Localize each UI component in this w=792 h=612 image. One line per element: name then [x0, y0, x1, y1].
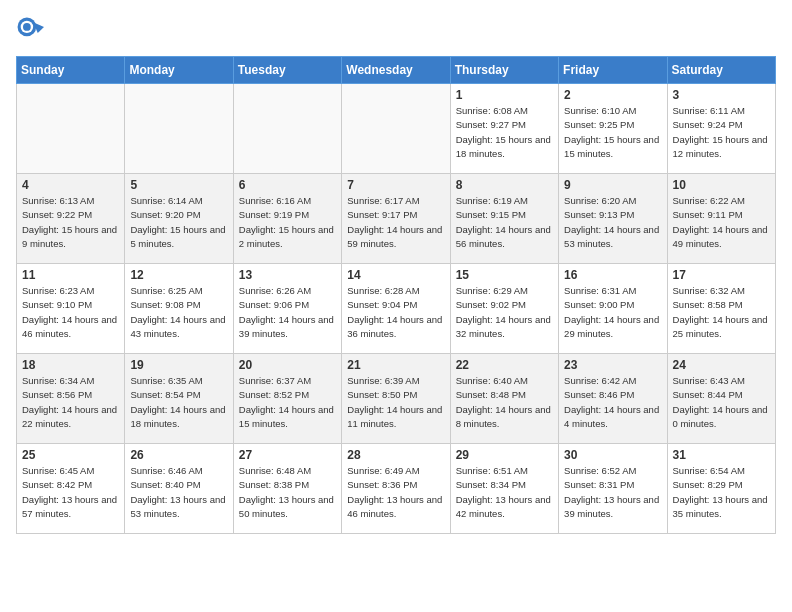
calendar-cell: 2Sunrise: 6:10 AMSunset: 9:25 PMDaylight…: [559, 84, 667, 174]
day-info: Sunrise: 6:14 AMSunset: 9:20 PMDaylight:…: [130, 194, 227, 251]
day-info: Sunrise: 6:26 AMSunset: 9:06 PMDaylight:…: [239, 284, 336, 341]
day-number: 8: [456, 178, 553, 192]
day-number: 3: [673, 88, 770, 102]
calendar-table: SundayMondayTuesdayWednesdayThursdayFrid…: [16, 56, 776, 534]
day-info: Sunrise: 6:22 AMSunset: 9:11 PMDaylight:…: [673, 194, 770, 251]
day-number: 26: [130, 448, 227, 462]
calendar-cell: 18Sunrise: 6:34 AMSunset: 8:56 PMDayligh…: [17, 354, 125, 444]
day-info: Sunrise: 6:46 AMSunset: 8:40 PMDaylight:…: [130, 464, 227, 521]
calendar-week-2: 4Sunrise: 6:13 AMSunset: 9:22 PMDaylight…: [17, 174, 776, 264]
calendar-cell: 20Sunrise: 6:37 AMSunset: 8:52 PMDayligh…: [233, 354, 341, 444]
day-info: Sunrise: 6:48 AMSunset: 8:38 PMDaylight:…: [239, 464, 336, 521]
day-info: Sunrise: 6:35 AMSunset: 8:54 PMDaylight:…: [130, 374, 227, 431]
day-number: 7: [347, 178, 444, 192]
day-info: Sunrise: 6:31 AMSunset: 9:00 PMDaylight:…: [564, 284, 661, 341]
day-number: 4: [22, 178, 119, 192]
day-info: Sunrise: 6:19 AMSunset: 9:15 PMDaylight:…: [456, 194, 553, 251]
day-number: 6: [239, 178, 336, 192]
calendar-week-1: 1Sunrise: 6:08 AMSunset: 9:27 PMDaylight…: [17, 84, 776, 174]
day-number: 24: [673, 358, 770, 372]
day-number: 23: [564, 358, 661, 372]
day-number: 17: [673, 268, 770, 282]
day-header-monday: Monday: [125, 57, 233, 84]
day-number: 25: [22, 448, 119, 462]
calendar-cell: 22Sunrise: 6:40 AMSunset: 8:48 PMDayligh…: [450, 354, 558, 444]
day-header-friday: Friday: [559, 57, 667, 84]
day-info: Sunrise: 6:51 AMSunset: 8:34 PMDaylight:…: [456, 464, 553, 521]
calendar-cell: 6Sunrise: 6:16 AMSunset: 9:19 PMDaylight…: [233, 174, 341, 264]
day-number: 20: [239, 358, 336, 372]
day-number: 10: [673, 178, 770, 192]
calendar-cell: 8Sunrise: 6:19 AMSunset: 9:15 PMDaylight…: [450, 174, 558, 264]
day-info: Sunrise: 6:54 AMSunset: 8:29 PMDaylight:…: [673, 464, 770, 521]
calendar-cell: 13Sunrise: 6:26 AMSunset: 9:06 PMDayligh…: [233, 264, 341, 354]
day-header-tuesday: Tuesday: [233, 57, 341, 84]
calendar-week-3: 11Sunrise: 6:23 AMSunset: 9:10 PMDayligh…: [17, 264, 776, 354]
day-number: 22: [456, 358, 553, 372]
day-info: Sunrise: 6:29 AMSunset: 9:02 PMDaylight:…: [456, 284, 553, 341]
calendar-cell: 19Sunrise: 6:35 AMSunset: 8:54 PMDayligh…: [125, 354, 233, 444]
calendar-cell: 16Sunrise: 6:31 AMSunset: 9:00 PMDayligh…: [559, 264, 667, 354]
calendar-week-5: 25Sunrise: 6:45 AMSunset: 8:42 PMDayligh…: [17, 444, 776, 534]
day-number: 29: [456, 448, 553, 462]
day-header-thursday: Thursday: [450, 57, 558, 84]
calendar-cell: 27Sunrise: 6:48 AMSunset: 8:38 PMDayligh…: [233, 444, 341, 534]
day-number: 19: [130, 358, 227, 372]
day-number: 14: [347, 268, 444, 282]
day-number: 13: [239, 268, 336, 282]
day-number: 9: [564, 178, 661, 192]
calendar-cell: 9Sunrise: 6:20 AMSunset: 9:13 PMDaylight…: [559, 174, 667, 264]
calendar-cell: 23Sunrise: 6:42 AMSunset: 8:46 PMDayligh…: [559, 354, 667, 444]
calendar-cell: 4Sunrise: 6:13 AMSunset: 9:22 PMDaylight…: [17, 174, 125, 264]
day-header-wednesday: Wednesday: [342, 57, 450, 84]
calendar-cell: 1Sunrise: 6:08 AMSunset: 9:27 PMDaylight…: [450, 84, 558, 174]
day-info: Sunrise: 6:16 AMSunset: 9:19 PMDaylight:…: [239, 194, 336, 251]
day-info: Sunrise: 6:28 AMSunset: 9:04 PMDaylight:…: [347, 284, 444, 341]
day-info: Sunrise: 6:32 AMSunset: 8:58 PMDaylight:…: [673, 284, 770, 341]
svg-point-2: [23, 23, 31, 31]
day-number: 2: [564, 88, 661, 102]
calendar-cell: 3Sunrise: 6:11 AMSunset: 9:24 PMDaylight…: [667, 84, 775, 174]
day-header-saturday: Saturday: [667, 57, 775, 84]
logo-icon: [16, 16, 44, 44]
calendar-week-4: 18Sunrise: 6:34 AMSunset: 8:56 PMDayligh…: [17, 354, 776, 444]
calendar-cell: 11Sunrise: 6:23 AMSunset: 9:10 PMDayligh…: [17, 264, 125, 354]
day-number: 28: [347, 448, 444, 462]
day-info: Sunrise: 6:10 AMSunset: 9:25 PMDaylight:…: [564, 104, 661, 161]
calendar-cell: [17, 84, 125, 174]
day-info: Sunrise: 6:45 AMSunset: 8:42 PMDaylight:…: [22, 464, 119, 521]
day-number: 30: [564, 448, 661, 462]
calendar-cell: 17Sunrise: 6:32 AMSunset: 8:58 PMDayligh…: [667, 264, 775, 354]
calendar-cell: 30Sunrise: 6:52 AMSunset: 8:31 PMDayligh…: [559, 444, 667, 534]
day-info: Sunrise: 6:20 AMSunset: 9:13 PMDaylight:…: [564, 194, 661, 251]
calendar-cell: 12Sunrise: 6:25 AMSunset: 9:08 PMDayligh…: [125, 264, 233, 354]
calendar-cell: 28Sunrise: 6:49 AMSunset: 8:36 PMDayligh…: [342, 444, 450, 534]
calendar-cell: 31Sunrise: 6:54 AMSunset: 8:29 PMDayligh…: [667, 444, 775, 534]
calendar-cell: [342, 84, 450, 174]
day-info: Sunrise: 6:08 AMSunset: 9:27 PMDaylight:…: [456, 104, 553, 161]
day-info: Sunrise: 6:34 AMSunset: 8:56 PMDaylight:…: [22, 374, 119, 431]
calendar-cell: 29Sunrise: 6:51 AMSunset: 8:34 PMDayligh…: [450, 444, 558, 534]
day-number: 18: [22, 358, 119, 372]
calendar-cell: 5Sunrise: 6:14 AMSunset: 9:20 PMDaylight…: [125, 174, 233, 264]
day-info: Sunrise: 6:13 AMSunset: 9:22 PMDaylight:…: [22, 194, 119, 251]
logo: [16, 16, 48, 44]
day-number: 1: [456, 88, 553, 102]
calendar-cell: [125, 84, 233, 174]
calendar-cell: 15Sunrise: 6:29 AMSunset: 9:02 PMDayligh…: [450, 264, 558, 354]
day-number: 12: [130, 268, 227, 282]
day-number: 27: [239, 448, 336, 462]
calendar-cell: 25Sunrise: 6:45 AMSunset: 8:42 PMDayligh…: [17, 444, 125, 534]
calendar-cell: 14Sunrise: 6:28 AMSunset: 9:04 PMDayligh…: [342, 264, 450, 354]
calendar-cell: 10Sunrise: 6:22 AMSunset: 9:11 PMDayligh…: [667, 174, 775, 264]
day-info: Sunrise: 6:40 AMSunset: 8:48 PMDaylight:…: [456, 374, 553, 431]
day-number: 31: [673, 448, 770, 462]
day-number: 5: [130, 178, 227, 192]
day-info: Sunrise: 6:23 AMSunset: 9:10 PMDaylight:…: [22, 284, 119, 341]
calendar-cell: [233, 84, 341, 174]
day-number: 15: [456, 268, 553, 282]
day-info: Sunrise: 6:17 AMSunset: 9:17 PMDaylight:…: [347, 194, 444, 251]
day-number: 11: [22, 268, 119, 282]
day-info: Sunrise: 6:42 AMSunset: 8:46 PMDaylight:…: [564, 374, 661, 431]
day-info: Sunrise: 6:43 AMSunset: 8:44 PMDaylight:…: [673, 374, 770, 431]
